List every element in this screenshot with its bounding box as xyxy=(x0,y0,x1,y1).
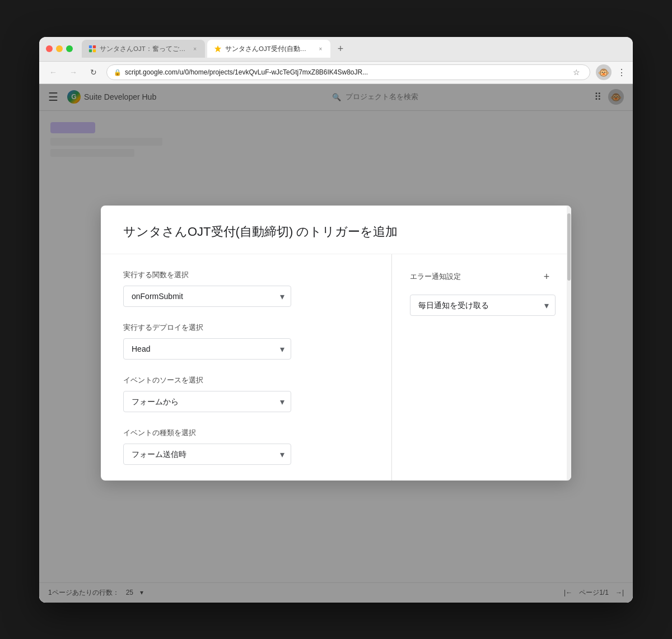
event-source-select[interactable]: フォームから xyxy=(123,391,291,412)
event-type-field-label: イベントの種類を選択 xyxy=(123,428,369,438)
svg-marker-4 xyxy=(214,45,221,52)
notification-select-wrapper: 毎日通知を受け取る ▾ xyxy=(410,295,556,316)
bookmark-icon[interactable]: ☆ xyxy=(570,66,583,79)
close-button[interactable] xyxy=(46,45,53,52)
browser-window: サンタさんOJT：奮ってご参加く... × サンタさんOJT受付(自動締切) -… xyxy=(39,37,633,603)
event-type-select[interactable]: フォーム送信時 xyxy=(123,444,291,465)
notification-select[interactable]: 毎日通知を受け取る xyxy=(410,295,556,316)
tab-2[interactable]: サンタさんOJT受付(自動締切) - ア... × xyxy=(207,40,330,58)
modal-dialog: サンタさんOJT受付(自動締切) のトリガーを追加 実行する関数を選択 onFo… xyxy=(101,206,571,481)
title-bar: サンタさんOJT：奮ってご参加く... × サンタさんOJT受付(自動締切) -… xyxy=(39,37,633,62)
url-text: script.google.com/u/0/home/projects/1evk… xyxy=(125,68,566,76)
function-select[interactable]: onFormSubmit xyxy=(123,286,291,307)
modal-body: 実行する関数を選択 onFormSubmit ▾ 実行するデプロイを選択 xyxy=(101,254,571,481)
svg-rect-2 xyxy=(89,49,92,52)
svg-rect-0 xyxy=(89,45,92,48)
svg-rect-1 xyxy=(93,45,96,48)
event-type-select-wrapper: フォーム送信時 ▾ xyxy=(123,444,291,465)
maximize-button[interactable] xyxy=(66,45,73,52)
function-field-group: 実行する関数を選択 onFormSubmit ▾ xyxy=(123,270,369,307)
event-source-field-group: イベントのソースを選択 フォームから ▾ xyxy=(123,375,369,412)
star-icon xyxy=(214,45,222,53)
modal-overlay: サンタさんOJT受付(自動締切) のトリガーを追加 実行する関数を選択 onFo… xyxy=(39,84,633,603)
modal-right-column: エラー通知設定 + 毎日通知を受け取る ▾ xyxy=(392,254,571,481)
page-content: ☰ G Suite Developer Hub 🔍 プロジェクト名を検索 ⠿ 🐵 xyxy=(39,84,633,603)
back-button[interactable]: ← xyxy=(46,65,60,80)
lock-icon: 🔒 xyxy=(114,69,122,76)
url-bar[interactable]: 🔒 script.google.com/u/0/home/projects/1e… xyxy=(106,64,590,80)
function-field-label: 実行する関数を選択 xyxy=(123,270,369,280)
modal-left-column: 実行する関数を選択 onFormSubmit ▾ 実行するデプロイを選択 xyxy=(101,254,392,481)
function-select-wrapper: onFormSubmit ▾ xyxy=(123,286,291,307)
tab-1-close[interactable]: × xyxy=(192,45,198,53)
event-type-field-group: イベントの種類を選択 フォーム送信時 ▾ xyxy=(123,428,369,465)
address-bar: ← → ↻ 🔒 script.google.com/u/0/home/proje… xyxy=(39,62,633,84)
grid-icon xyxy=(88,45,96,53)
error-notification-header: エラー通知設定 + xyxy=(410,270,553,283)
modal-header: サンタさんOJT受付(自動締切) のトリガーを追加 xyxy=(101,206,571,254)
modal-scrollbar[interactable] xyxy=(567,206,571,481)
deploy-field-label: 実行するデプロイを選択 xyxy=(123,323,369,333)
event-source-field-label: イベントのソースを選択 xyxy=(123,375,369,385)
add-notification-button[interactable]: + xyxy=(540,270,553,283)
forward-button[interactable]: → xyxy=(66,65,81,80)
deploy-select-wrapper: Head ▾ xyxy=(123,338,291,360)
deploy-select[interactable]: Head xyxy=(123,338,291,360)
tab-1[interactable]: サンタさんOJT：奮ってご参加く... × xyxy=(82,40,205,58)
scrollbar-thumb xyxy=(567,213,571,281)
minimize-button[interactable] xyxy=(56,45,63,52)
tab-2-close[interactable]: × xyxy=(318,45,324,53)
traffic-lights xyxy=(46,45,73,52)
browser-menu-button[interactable]: ⋮ xyxy=(617,67,626,78)
deploy-field-group: 実行するデプロイを選択 Head ▾ xyxy=(123,323,369,360)
svg-rect-3 xyxy=(93,49,96,52)
notification-field-group: 毎日通知を受け取る ▾ xyxy=(410,295,553,316)
avatar[interactable]: 🐵 xyxy=(596,64,612,80)
tab-bar: サンタさんOJT：奮ってご参加く... × サンタさんOJT受付(自動締切) -… xyxy=(82,40,626,58)
modal-title: サンタさんOJT受付(自動締切) のトリガーを追加 xyxy=(123,223,549,240)
new-tab-button[interactable]: + xyxy=(333,41,348,57)
error-notification-label: エラー通知設定 xyxy=(410,272,461,282)
tab-2-label: サンタさんOJT受付(自動締切) - ア... xyxy=(225,45,313,53)
tab-1-label: サンタさんOJT：奮ってご参加く... xyxy=(100,45,187,53)
reload-button[interactable]: ↻ xyxy=(86,65,101,80)
event-source-select-wrapper: フォームから ▾ xyxy=(123,391,291,412)
